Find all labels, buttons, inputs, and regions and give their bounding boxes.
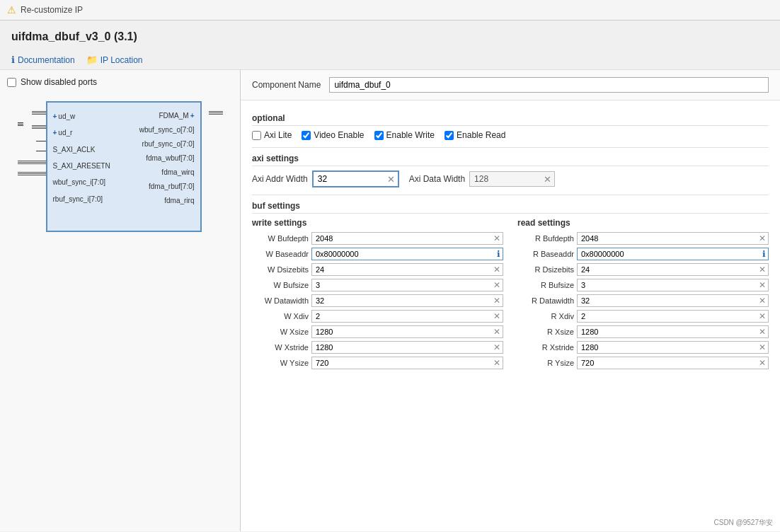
r-bufdepth-input[interactable] <box>578 233 757 244</box>
w-bufdepth-label: W Bufdepth <box>252 234 309 243</box>
show-disabled-row: Show disabled ports <box>7 77 233 87</box>
checkbox-video-enable-label: Video Enable <box>314 130 364 140</box>
r-xdiv-clear[interactable]: ✕ <box>757 311 768 321</box>
w-baseaddr-input[interactable] <box>312 248 495 260</box>
checkbox-enable-write[interactable]: Enable Write <box>374 130 435 140</box>
r-ysize-wrap: ✕ <box>577 357 769 369</box>
r-dsizebits-row: R Dsizebits ✕ <box>517 263 769 276</box>
w-ysize-clear[interactable]: ✕ <box>491 358 503 368</box>
axi-data-width-group: Axi Data Width ✕ <box>409 171 555 187</box>
folder-icon: 📁 <box>86 54 98 65</box>
w-baseaddr-info[interactable]: ℹ <box>495 249 503 259</box>
buf-settings-header: buf settings <box>252 201 769 214</box>
checkbox-axi-lite-label: Axi Lite <box>264 130 292 140</box>
r-bufsize-label: R Bufsize <box>517 281 574 289</box>
axi-addr-width-clear[interactable]: ✕ <box>384 174 398 185</box>
axi-data-width-input[interactable] <box>470 172 541 186</box>
r-datawidth-clear[interactable]: ✕ <box>757 296 768 306</box>
w-xstride-label: W Xstride <box>252 343 309 352</box>
w-datawidth-clear[interactable]: ✕ <box>491 296 503 306</box>
r-baseaddr-input[interactable] <box>578 248 760 260</box>
axi-settings-header: axi settings <box>252 154 769 166</box>
w-xdiv-label: W Xdiv <box>252 312 309 320</box>
show-disabled-checkbox[interactable] <box>7 78 16 87</box>
axi-data-width-input-wrap: ✕ <box>469 171 555 187</box>
w-bufdepth-input[interactable] <box>312 233 491 244</box>
ports-left: + ud_w + ud_r S_AXI_ACLK S_AXI <box>53 108 110 207</box>
r-xsize-input[interactable] <box>578 326 757 337</box>
r-xstride-clear[interactable]: ✕ <box>757 342 768 352</box>
title-bar-label: Re-customize IP <box>21 5 83 15</box>
w-bufdepth-wrap: ✕ <box>311 232 503 245</box>
r-xdiv-label: R Xdiv <box>517 312 574 320</box>
r-bufsize-wrap: ✕ <box>577 279 769 291</box>
w-datawidth-label: W Datawidth <box>252 296 309 305</box>
w-dsizebits-clear[interactable]: ✕ <box>491 265 503 274</box>
checkbox-enable-read-label: Enable Read <box>457 130 505 140</box>
checkbox-enable-read-input[interactable] <box>445 131 454 140</box>
r-xsize-row: R Xsize ✕ <box>517 325 769 338</box>
w-bufsize-label: W Bufsize <box>252 281 309 289</box>
w-datawidth-input[interactable] <box>312 295 491 306</box>
w-dsizebits-input[interactable] <box>312 264 491 275</box>
checkbox-video-enable-input[interactable] <box>302 131 311 140</box>
checkbox-axi-lite[interactable]: Axi Lite <box>252 130 292 140</box>
r-xstride-row: R Xstride ✕ <box>517 341 769 354</box>
w-xsize-row: W Xsize ✕ <box>252 325 503 338</box>
axi-addr-width-input[interactable] <box>314 172 384 186</box>
w-bufdepth-clear[interactable]: ✕ <box>491 233 503 243</box>
r-datawidth-input[interactable] <box>578 295 757 306</box>
r-xsize-label: R Xsize <box>517 328 574 336</box>
r-xdiv-input[interactable] <box>578 311 757 322</box>
r-xstride-label: R Xstride <box>517 343 574 352</box>
w-bufsize-input[interactable] <box>312 279 491 291</box>
r-bufsize-clear[interactable]: ✕ <box>757 280 768 290</box>
r-ysize-input[interactable] <box>578 357 757 369</box>
r-datawidth-row: R Datawidth ✕ <box>517 294 769 307</box>
w-xsize-input[interactable] <box>312 326 491 337</box>
w-dsizebits-row: W Dsizebits ✕ <box>252 263 503 276</box>
w-bufsize-clear[interactable]: ✕ <box>491 280 503 290</box>
left-panel: Show disabled ports <box>0 70 241 531</box>
checkbox-video-enable[interactable]: Video Enable <box>302 130 364 140</box>
checkbox-enable-read[interactable]: Enable Read <box>445 130 505 140</box>
checkbox-enable-write-label: Enable Write <box>386 130 435 140</box>
w-xstride-row: W Xstride ✕ <box>252 341 503 354</box>
nav-ip-location[interactable]: 📁 IP Location <box>86 54 143 65</box>
component-name-input[interactable] <box>329 77 769 93</box>
main-layout: Show disabled ports <box>0 70 780 531</box>
r-dsizebits-clear[interactable]: ✕ <box>757 265 768 274</box>
w-xdiv-input[interactable] <box>312 311 491 322</box>
w-bufsize-row: W Bufsize ✕ <box>252 279 503 291</box>
r-ysize-clear[interactable]: ✕ <box>757 358 768 368</box>
r-bufsize-input[interactable] <box>578 279 757 291</box>
w-xstride-clear[interactable]: ✕ <box>491 342 503 352</box>
nav-bar: ℹ Documentation 📁 IP Location <box>0 50 780 70</box>
show-disabled-label[interactable]: Show disabled ports <box>21 77 97 87</box>
title-bar: ⚠ Re-customize IP <box>0 0 780 21</box>
axi-settings-row: Axi Addr Width ✕ Axi Data Width ✕ <box>252 170 769 187</box>
r-xdiv-wrap: ✕ <box>577 310 769 323</box>
checkbox-axi-lite-input[interactable] <box>252 131 261 140</box>
w-ysize-wrap: ✕ <box>311 357 503 369</box>
w-datawidth-wrap: ✕ <box>311 294 503 307</box>
r-bufdepth-label: R Bufdepth <box>517 234 574 243</box>
w-xsize-clear[interactable]: ✕ <box>491 327 503 337</box>
info-icon: ℹ <box>11 54 15 65</box>
r-bufdepth-clear[interactable]: ✕ <box>757 233 768 243</box>
r-baseaddr-info[interactable]: ℹ <box>760 249 768 259</box>
w-xstride-input[interactable] <box>312 342 491 353</box>
checkbox-enable-write-input[interactable] <box>374 131 384 140</box>
axi-data-width-clear[interactable]: ✕ <box>541 174 554 185</box>
buf-settings-grid: write settings W Bufdepth ✕ W Baseaddr ℹ <box>252 218 769 372</box>
w-xdiv-clear[interactable]: ✕ <box>491 311 503 321</box>
r-xsize-clear[interactable]: ✕ <box>757 327 768 337</box>
r-bufsize-row: R Bufsize ✕ <box>517 279 769 291</box>
watermark: CSDN @9527华安 <box>713 518 773 528</box>
r-dsizebits-input[interactable] <box>578 264 757 275</box>
r-xsize-wrap: ✕ <box>577 325 769 338</box>
nav-documentation[interactable]: ℹ Documentation <box>11 54 75 65</box>
w-ysize-label: W Ysize <box>252 359 309 367</box>
r-xstride-input[interactable] <box>578 342 757 353</box>
w-ysize-input[interactable] <box>312 357 491 369</box>
